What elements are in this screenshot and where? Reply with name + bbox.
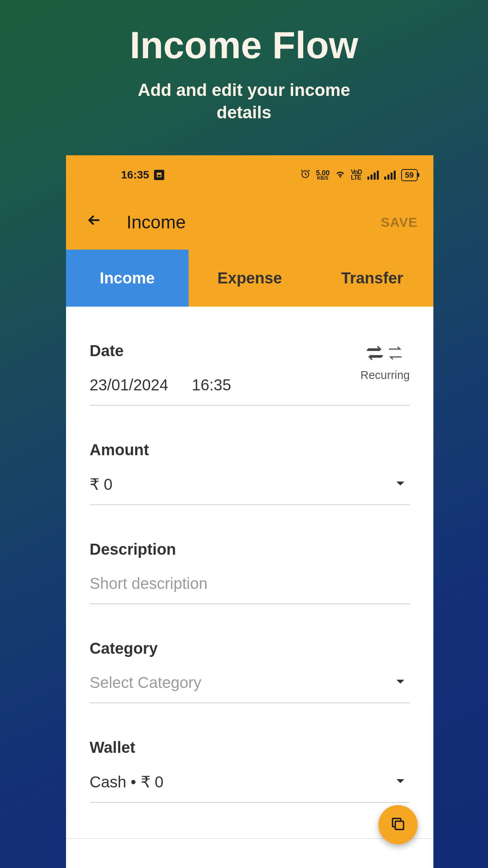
date-field: Date 23/01/2024 16:35 Recurring: [90, 342, 410, 406]
kbps-unit: KB/S: [317, 176, 328, 180]
amount-label: Amount: [90, 441, 410, 459]
promo-title: Income Flow: [0, 0, 488, 67]
wallet-label: Wallet: [90, 739, 410, 756]
lte-text: LTE: [351, 175, 362, 180]
tab-bar: Income Expense Transfer: [66, 250, 433, 307]
description-placeholder: Short description: [90, 575, 410, 592]
recurring-button[interactable]: Recurring: [360, 344, 410, 382]
phone-frame: 16:35 5.00 KB/S VoD LTE 59: [66, 155, 433, 868]
category-label: Category: [90, 640, 410, 657]
status-left: 16:35: [121, 169, 164, 181]
svg-rect-3: [395, 821, 404, 829]
wifi-icon: [335, 169, 345, 181]
date-input[interactable]: 23/01/2024: [90, 376, 168, 394]
tab-transfer[interactable]: Transfer: [311, 250, 433, 307]
form-container: Date 23/01/2024 16:35 Recurring Amount ₹…: [66, 307, 433, 868]
promo-subtitle-line2: details: [216, 103, 271, 122]
recurring-label: Recurring: [360, 369, 410, 382]
copy-icon: [390, 816, 406, 834]
description-field[interactable]: Description Short description: [90, 541, 410, 604]
promo-subtitle: Add and edit your income details: [0, 79, 488, 123]
amount-field[interactable]: Amount ₹ 0: [90, 441, 410, 505]
tab-expense[interactable]: Expense: [189, 250, 311, 307]
chevron-down-icon: [396, 778, 405, 785]
signal-icon-2: [384, 171, 396, 180]
tab-income[interactable]: Income: [66, 250, 189, 307]
back-button[interactable]: [86, 211, 103, 233]
status-kbps: 5.00 KB/S: [316, 170, 330, 180]
alarm-icon: [300, 169, 310, 182]
chevron-down-icon: [396, 481, 405, 488]
status-right: 5.00 KB/S VoD LTE 59: [300, 169, 418, 182]
amount-value: ₹ 0: [90, 475, 410, 493]
page-title: Income: [127, 211, 357, 233]
description-label: Description: [90, 541, 410, 558]
chevron-down-icon: [396, 679, 405, 686]
app-bar: Income SAVE: [66, 195, 433, 250]
recurring-icon: [365, 344, 405, 363]
category-placeholder: Select Category: [90, 674, 410, 691]
battery-indicator: 59: [401, 169, 418, 181]
time-input[interactable]: 16:35: [192, 376, 231, 394]
status-vodlte: VoD LTE: [351, 169, 362, 181]
wallet-value: Cash • ₹ 0: [90, 773, 410, 791]
status-time: 16:35: [121, 169, 149, 181]
save-button[interactable]: SAVE: [381, 215, 418, 230]
svg-rect-1: [158, 175, 161, 177]
status-app-icon: [154, 170, 164, 180]
promo-subtitle-line1: Add and edit your income: [138, 80, 350, 99]
category-field[interactable]: Category Select Category: [90, 640, 410, 703]
section-divider: [66, 838, 433, 839]
wallet-field[interactable]: Wallet Cash • ₹ 0: [90, 739, 410, 803]
status-bar: 16:35 5.00 KB/S VoD LTE 59: [66, 155, 433, 195]
signal-icon-1: [367, 171, 379, 180]
copy-fab[interactable]: [378, 805, 418, 844]
